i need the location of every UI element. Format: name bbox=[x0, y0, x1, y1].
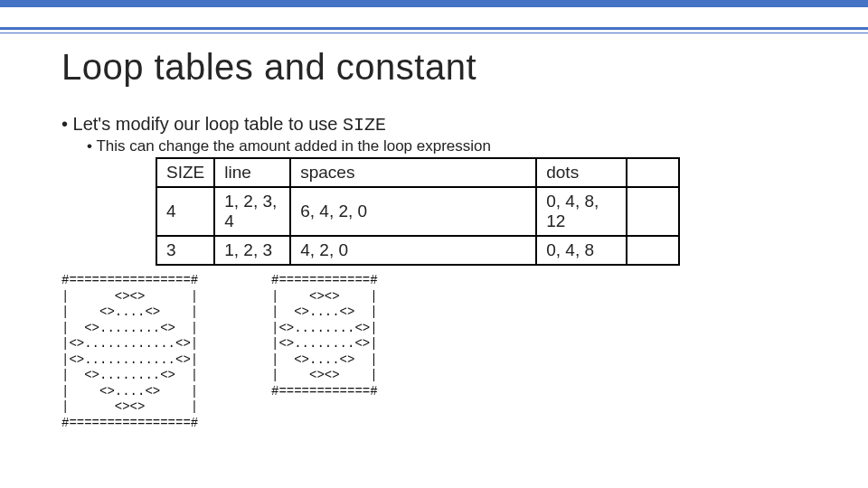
td-dots: 0, 4, 8 bbox=[536, 236, 627, 265]
bullet-list: Let's modify our loop table to use SIZE … bbox=[61, 114, 491, 155]
table-row: 4 1, 2, 3, 4 6, 4, 2, 0 0, 4, 8, 12 bbox=[156, 187, 679, 236]
ascii-art-size4: #================# | <><> | | <>....<> |… bbox=[61, 273, 198, 431]
th-spaces: spaces bbox=[290, 158, 536, 187]
td-end bbox=[627, 236, 679, 265]
td-end bbox=[627, 187, 679, 236]
td-line: 1, 2, 3, 4 bbox=[214, 187, 290, 236]
td-dots: 0, 4, 8, 12 bbox=[536, 187, 627, 236]
ascii-art-size3: #============# | <><> | | <>....<> | |<>… bbox=[271, 273, 378, 399]
topbar-decoration bbox=[0, 0, 868, 7]
loop-table: SIZE line spaces dots 4 1, 2, 3, 4 6, 4,… bbox=[156, 157, 680, 266]
hr-thick bbox=[0, 27, 868, 30]
bullet-lvl1: Let's modify our loop table to use SIZE bbox=[61, 114, 491, 136]
th-size: SIZE bbox=[156, 158, 214, 187]
td-line: 1, 2, 3 bbox=[214, 236, 290, 265]
slide: Loop tables and constant Let's modify ou… bbox=[0, 0, 868, 488]
th-end bbox=[627, 158, 679, 187]
bullet-lvl2: This can change the amount added in the … bbox=[87, 137, 491, 155]
bullet-lvl1-text: Let's modify our loop table to use bbox=[73, 114, 343, 134]
table-header-row: SIZE line spaces dots bbox=[156, 158, 679, 187]
td-size: 3 bbox=[156, 236, 214, 265]
hr-thin bbox=[0, 33, 868, 33]
td-spaces: 6, 4, 2, 0 bbox=[290, 187, 536, 236]
bullet-lvl1-code: SIZE bbox=[343, 115, 386, 136]
page-title: Loop tables and constant bbox=[61, 47, 476, 88]
th-dots: dots bbox=[536, 158, 627, 187]
table-row: 3 1, 2, 3 4, 2, 0 0, 4, 8 bbox=[156, 236, 679, 265]
td-size: 4 bbox=[156, 187, 214, 236]
th-line: line bbox=[214, 158, 290, 187]
td-spaces: 4, 2, 0 bbox=[290, 236, 536, 265]
